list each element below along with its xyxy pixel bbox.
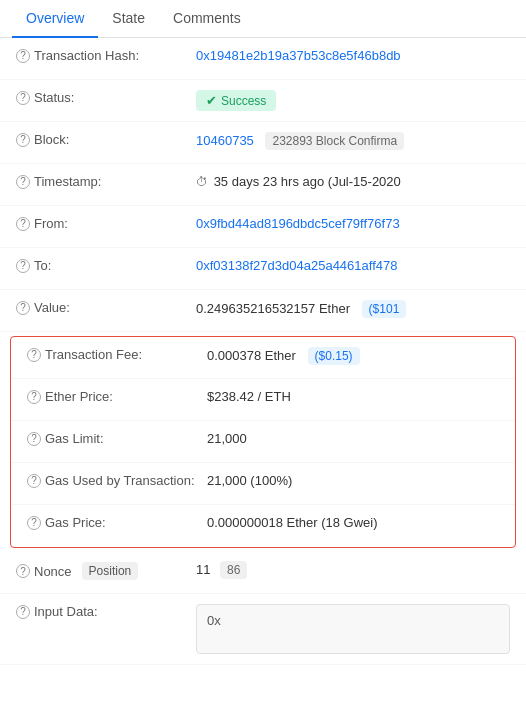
help-icon-ethprice[interactable]: ? [27,390,41,404]
tab-comments[interactable]: Comments [159,0,255,38]
status-badge: ✔ Success [196,90,276,111]
help-icon-txfee[interactable]: ? [27,348,41,362]
position-badge: Position [82,562,139,580]
transaction-fee-row: ? Transaction Fee: 0.000378 Ether ($0.15… [11,337,515,379]
help-icon-to[interactable]: ? [16,259,30,273]
to-row: ? To: 0xf03138f27d3d04a25a4461aff478 [0,248,526,290]
value-label: ? Value: [16,300,196,315]
nonce-block-position: 86 [220,561,247,579]
value-row: ? Value: 0.249635216532157 Ether ($101 [0,290,526,332]
status-row: ? Status: ✔ Success [0,80,526,122]
help-icon-nonce[interactable]: ? [16,564,30,578]
help-icon-from[interactable]: ? [16,217,30,231]
transaction-hash-label: ? Transaction Hash: [16,48,196,63]
value-value: 0.249635216532157 Ether ($101 [196,300,510,318]
block-row: ? Block: 10460735 232893 Block Confirma [0,122,526,164]
gas-limit-value: 21,000 [207,431,499,446]
gas-price-label: ? Gas Price: [27,515,207,530]
overview-content: ? Transaction Hash: 0x19481e2b19a37b53c8… [0,38,526,665]
transaction-hash-value: 0x19481e2b19a37b53c8e5f46b8db [196,48,510,63]
tab-state[interactable]: State [98,0,159,38]
gas-limit-row: ? Gas Limit: 21,000 [11,421,515,463]
help-icon-gasprice[interactable]: ? [27,516,41,530]
gas-limit-label: ? Gas Limit: [27,431,207,446]
help-icon-gasused[interactable]: ? [27,474,41,488]
nonce-label: ? Nonce Position [16,562,196,580]
transaction-hash-row: ? Transaction Hash: 0x19481e2b19a37b53c8… [0,38,526,80]
from-row: ? From: 0x9fbd44ad8196dbdc5cef79ff76f73 [0,206,526,248]
block-confirm-badge: 232893 Block Confirma [265,132,404,150]
ether-price-value: $238.42 / ETH [207,389,499,404]
timestamp-value: ⏱ 35 days 23 hrs ago (Jul-15-2020 [196,174,510,189]
block-number-link[interactable]: 10460735 [196,133,254,148]
gas-price-value: 0.000000018 Ether (18 Gwei) [207,515,499,530]
to-label: ? To: [16,258,196,273]
input-data-label: ? Input Data: [16,604,196,619]
help-icon-block[interactable]: ? [16,133,30,147]
check-icon: ✔ [206,93,217,108]
highlighted-section: ? Transaction Fee: 0.000378 Ether ($0.15… [10,336,516,548]
to-address-link[interactable]: 0xf03138f27d3d04a25a4461aff478 [196,258,397,273]
input-data-value: 0x [196,604,510,654]
to-value: 0xf03138f27d3d04a25a4461aff478 [196,258,510,273]
nonce-value: 11 86 [196,562,510,577]
timestamp-row: ? Timestamp: ⏱ 35 days 23 hrs ago (Jul-1… [0,164,526,206]
help-icon-gaslimit[interactable]: ? [27,432,41,446]
tab-bar: Overview State Comments [0,0,526,38]
from-address-link[interactable]: 0x9fbd44ad8196dbdc5cef79ff76f73 [196,216,400,231]
help-icon-status[interactable]: ? [16,91,30,105]
tab-overview[interactable]: Overview [12,0,98,38]
help-icon-inputdata[interactable]: ? [16,605,30,619]
from-label: ? From: [16,216,196,231]
transaction-fee-label: ? Transaction Fee: [27,347,207,362]
input-data-box: 0x [196,604,510,654]
help-icon-timestamp[interactable]: ? [16,175,30,189]
clock-icon: ⏱ [196,175,208,189]
timestamp-label: ? Timestamp: [16,174,196,189]
ether-price-label: ? Ether Price: [27,389,207,404]
help-icon-txhash[interactable]: ? [16,49,30,63]
value-usd-badge: ($101 [362,300,407,318]
block-label: ? Block: [16,132,196,147]
status-value: ✔ Success [196,90,510,111]
help-icon-value[interactable]: ? [16,301,30,315]
input-data-row: ? Input Data: 0x [0,594,526,665]
gas-price-row: ? Gas Price: 0.000000018 Ether (18 Gwei) [11,505,515,547]
block-value: 10460735 232893 Block Confirma [196,132,510,150]
transaction-fee-value: 0.000378 Ether ($0.15) [207,347,499,365]
transaction-hash-link[interactable]: 0x19481e2b19a37b53c8e5f46b8db [196,48,401,63]
status-label: ? Status: [16,90,196,105]
gas-used-value: 21,000 (100%) [207,473,499,488]
gas-used-row: ? Gas Used by Transaction: 21,000 (100%) [11,463,515,505]
gas-used-label: ? Gas Used by Transaction: [27,473,207,488]
ether-price-row: ? Ether Price: $238.42 / ETH [11,379,515,421]
txfee-usd-badge: ($0.15) [308,347,360,365]
nonce-row: ? Nonce Position 11 86 [0,552,526,594]
from-value: 0x9fbd44ad8196dbdc5cef79ff76f73 [196,216,510,231]
